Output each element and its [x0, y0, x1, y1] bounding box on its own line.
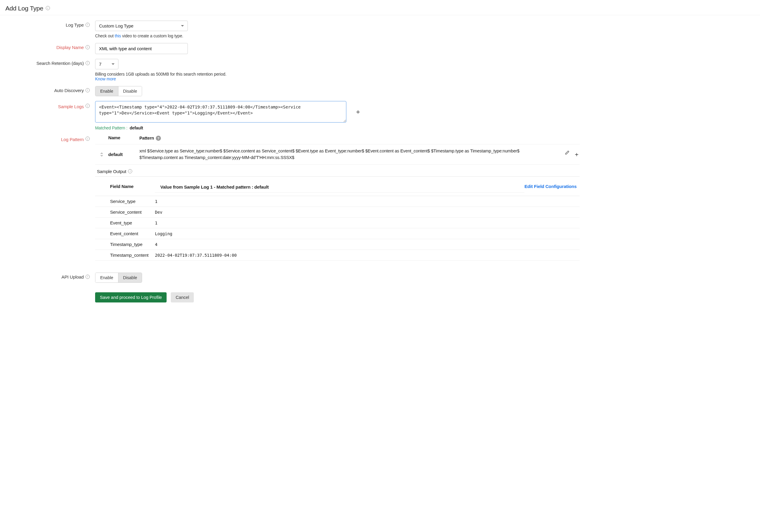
output-field-value: 4: [155, 242, 580, 247]
output-row: Service_contentDev: [95, 207, 580, 218]
save-button[interactable]: Save and proceed to Log Profile: [95, 292, 166, 302]
info-icon[interactable]: i: [46, 6, 50, 10]
output-row: Timestamp_type4: [95, 239, 580, 250]
info-icon[interactable]: i: [85, 137, 90, 141]
output-field-name: Timestamp_type: [95, 242, 155, 247]
auto-discovery-label: Auto Discovery: [54, 88, 84, 93]
chevron-up-icon[interactable]: [100, 153, 103, 154]
output-field-value: 2022-04-02T19:07:37.5111809-04:00: [155, 253, 580, 258]
output-field-name: Service_content: [95, 209, 155, 215]
output-field-name: Event_type: [95, 220, 155, 225]
output-field-name: Service_type: [95, 199, 155, 204]
api-upload-enable[interactable]: Enable: [95, 273, 118, 283]
log-type-value: Custom Log Type: [99, 23, 133, 28]
edit-icon[interactable]: [565, 150, 569, 158]
log-type-label: Log Type: [66, 22, 84, 27]
info-icon[interactable]: i: [85, 275, 90, 279]
sample-logs-label: Sample Logs: [58, 104, 84, 109]
display-name-input[interactable]: [95, 43, 188, 54]
output-row: Service_type1: [95, 196, 580, 207]
chevron-down-icon: [112, 64, 115, 65]
log-pattern-label: Log Pattern: [61, 137, 84, 142]
auto-discovery-enable[interactable]: Enable: [95, 86, 118, 96]
add-pattern-button[interactable]: ＋: [574, 150, 580, 158]
display-name-label: Display Name: [56, 45, 84, 50]
info-icon[interactable]: i: [85, 23, 90, 27]
auto-discovery-toggle: Enable Disable: [95, 86, 142, 96]
chevron-down-icon: [181, 25, 184, 26]
output-row: Event_contentLogging: [95, 228, 580, 239]
add-sample-log-button[interactable]: ＋: [355, 107, 361, 116]
auto-discovery-disable[interactable]: Disable: [118, 86, 142, 96]
pattern-name: default: [108, 152, 139, 157]
page-header: Add Log Type i: [0, 0, 760, 15]
info-icon[interactable]: i: [85, 61, 90, 65]
output-field-name: Event_content: [95, 231, 155, 236]
info-icon[interactable]: i: [85, 45, 90, 49]
matched-pattern: Matched Pattern : default: [95, 125, 580, 130]
cancel-button[interactable]: Cancel: [171, 292, 194, 302]
info-icon[interactable]: i: [85, 104, 90, 108]
sample-output-heading: Sample Output i: [97, 169, 580, 174]
output-field-value: Logging: [155, 231, 580, 236]
output-row: Event_type1: [95, 218, 580, 228]
edit-field-config-link[interactable]: Edit Field Configurations: [524, 184, 577, 189]
output-row: Timestamp_content2022-04-02T19:07:37.511…: [95, 250, 580, 261]
output-field-value: Dev: [155, 210, 580, 215]
sample-logs-textarea[interactable]: <Event><Timestamp type="4">2022-04-02T19…: [95, 101, 346, 122]
sample-output-table: Field Name Value from Sample Log 1 - Mat…: [95, 176, 580, 261]
log-type-select[interactable]: Custom Log Type: [95, 21, 188, 31]
search-retention-label: Search Retention (days): [36, 61, 84, 66]
pattern-value: xml $Service.type as Service_type:number…: [139, 148, 562, 161]
chevron-down-icon[interactable]: [100, 155, 103, 156]
output-field-name: Timestamp_content: [95, 252, 155, 258]
search-retention-value: 7: [99, 62, 101, 66]
api-upload-disable[interactable]: Disable: [118, 273, 142, 283]
pattern-table: Name Pattern ? default xml $Ser: [95, 135, 580, 165]
pattern-row: default xml $Service.type as Service_typ…: [95, 144, 580, 165]
api-upload-label: API Upload: [62, 274, 84, 280]
search-retention-hint: Billing considers 1GB uploads as 500MB f…: [95, 72, 580, 76]
log-type-hint: Check out this video to create a custom …: [95, 33, 580, 38]
output-field-value: 1: [155, 199, 580, 204]
output-col-field: Field Name: [95, 184, 155, 189]
pattern-col-pattern: Pattern: [139, 135, 154, 142]
output-col-value: Value from Sample Log 1 - Matched patter…: [155, 180, 524, 193]
pattern-col-name: Name: [108, 135, 139, 142]
page-title: Add Log Type: [5, 5, 43, 12]
info-icon[interactable]: i: [128, 169, 132, 173]
search-retention-select[interactable]: 7: [95, 59, 119, 69]
api-upload-toggle: Enable Disable: [95, 273, 142, 283]
output-field-value: 1: [155, 221, 580, 225]
info-icon[interactable]: i: [85, 88, 90, 92]
video-link[interactable]: this: [115, 33, 121, 38]
help-icon[interactable]: ?: [156, 136, 161, 141]
know-more-link[interactable]: Know more: [95, 76, 580, 81]
